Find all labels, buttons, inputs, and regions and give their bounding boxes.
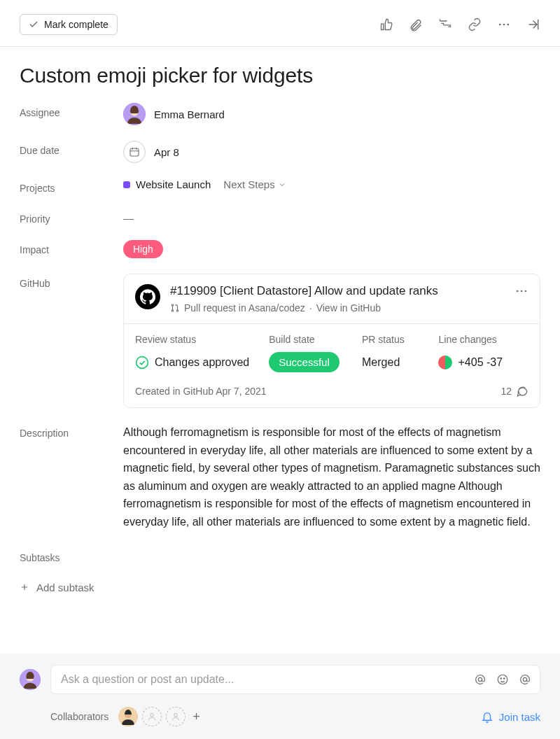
svg-point-18: [504, 678, 505, 680]
project-section-dropdown[interactable]: Next Steps: [223, 178, 286, 190]
line-changes-label: Line changes: [438, 334, 528, 345]
pr-status-label: PR status: [362, 334, 427, 345]
view-in-github-link[interactable]: View in GitHub: [316, 302, 381, 314]
due-date-label: Due date: [20, 141, 123, 156]
comment-icon: [516, 385, 528, 397]
svg-point-22: [150, 713, 154, 717]
line-changes-text: +405 -37: [458, 356, 503, 369]
bell-icon: [481, 710, 493, 723]
collapse-icon[interactable]: [526, 17, 540, 31]
github-comments[interactable]: 12: [500, 385, 528, 397]
assignee-avatar: [123, 103, 146, 125]
github-card: #119909 [Client Datastore] Allow and upd…: [123, 274, 540, 408]
check-icon: [29, 20, 38, 29]
description-text[interactable]: Although ferromagnetism is responsible f…: [123, 423, 540, 531]
pr-status-value: Merged: [362, 356, 427, 369]
review-status-label: Review status: [135, 334, 258, 345]
build-pill: Successful: [269, 352, 340, 372]
project-color-dot: [123, 181, 130, 188]
current-user-avatar: [20, 669, 41, 690]
at-mention-icon-2[interactable]: [519, 673, 531, 686]
svg-point-8: [176, 310, 178, 311]
svg-point-9: [517, 290, 519, 293]
assignee-name: Emma Bernard: [154, 108, 225, 120]
priority-value[interactable]: —: [123, 209, 540, 224]
impact-label: Impact: [20, 240, 123, 255]
github-label: GitHub: [20, 274, 123, 289]
link-icon[interactable]: [468, 17, 482, 31]
svg-point-16: [498, 675, 507, 684]
svg-point-1: [503, 24, 505, 26]
assignee-value[interactable]: Emma Bernard: [123, 103, 540, 125]
subtask-icon[interactable]: [438, 17, 452, 31]
github-created-text: Created in GitHub Apr 7, 2021: [135, 386, 267, 397]
at-mention-icon[interactable]: [474, 673, 486, 686]
add-collaborator-placeholder[interactable]: [142, 707, 162, 726]
svg-point-7: [172, 310, 173, 311]
review-status-value: Changes approved: [135, 356, 258, 370]
project-name: Website Launch: [136, 178, 211, 190]
collaborators-label: Collaborators: [50, 711, 108, 722]
diff-circle-icon: [438, 356, 452, 370]
add-collaborator-button[interactable]: +: [190, 710, 203, 724]
add-collaborator-placeholder[interactable]: [166, 707, 186, 726]
build-state-value: Successful: [269, 352, 351, 372]
svg-point-10: [521, 290, 523, 293]
impact-pill[interactable]: High: [123, 240, 163, 258]
svg-point-19: [523, 677, 526, 681]
github-card-more-icon[interactable]: [514, 284, 528, 298]
github-pr-title[interactable]: #119909 [Client Datastore] Allow and upd…: [170, 284, 505, 298]
subtasks-label: Subtasks: [20, 552, 540, 563]
github-repo-text: Pull request in Asana/codez: [184, 302, 305, 314]
due-date-value[interactable]: Apr 8: [123, 141, 540, 163]
github-logo-icon: [135, 284, 160, 309]
project-chip[interactable]: Website Launch: [123, 178, 211, 190]
comment-input[interactable]: [59, 673, 468, 687]
comment-input-box[interactable]: [50, 665, 540, 694]
join-task-button[interactable]: Join task: [481, 710, 540, 723]
check-circle-icon: [135, 356, 149, 370]
add-subtask-label: Add subtask: [36, 582, 94, 593]
line-changes-value: +405 -37: [438, 356, 528, 370]
due-date-text: Apr 8: [154, 146, 179, 158]
priority-label: Priority: [20, 209, 123, 225]
calendar-icon: [123, 141, 146, 163]
chevron-down-icon: [278, 181, 286, 189]
svg-point-11: [525, 290, 527, 293]
project-section-label: Next Steps: [223, 178, 274, 190]
more-icon[interactable]: [497, 17, 511, 31]
svg-point-2: [507, 24, 510, 26]
like-icon[interactable]: [379, 17, 393, 31]
projects-label: Projects: [20, 178, 123, 194]
github-comment-count: 12: [500, 386, 512, 397]
person-icon: [171, 712, 181, 722]
join-task-label: Join task: [499, 711, 540, 723]
svg-rect-5: [130, 148, 139, 156]
build-state-label: Build state: [269, 334, 351, 345]
svg-point-23: [174, 713, 178, 717]
task-title[interactable]: Custom emoji picker for widgets: [20, 64, 540, 87]
separator-dot: ·: [309, 302, 312, 314]
description-label: Description: [20, 423, 123, 439]
assignee-label: Assignee: [20, 103, 123, 118]
collaborator-avatar[interactable]: [118, 707, 138, 726]
attachment-icon[interactable]: [409, 17, 423, 31]
mark-complete-label: Mark complete: [44, 19, 108, 30]
review-status-text: Changes approved: [155, 356, 249, 369]
plus-icon: [20, 582, 29, 592]
mark-complete-button[interactable]: Mark complete: [20, 14, 118, 35]
add-subtask-button[interactable]: Add subtask: [20, 582, 540, 593]
svg-point-6: [172, 304, 173, 306]
emoji-icon[interactable]: [496, 673, 509, 686]
svg-point-15: [478, 677, 482, 681]
svg-point-0: [499, 24, 501, 26]
pull-request-icon: [170, 303, 180, 313]
person-icon: [147, 712, 157, 722]
svg-point-17: [500, 678, 502, 680]
svg-point-12: [136, 356, 148, 368]
